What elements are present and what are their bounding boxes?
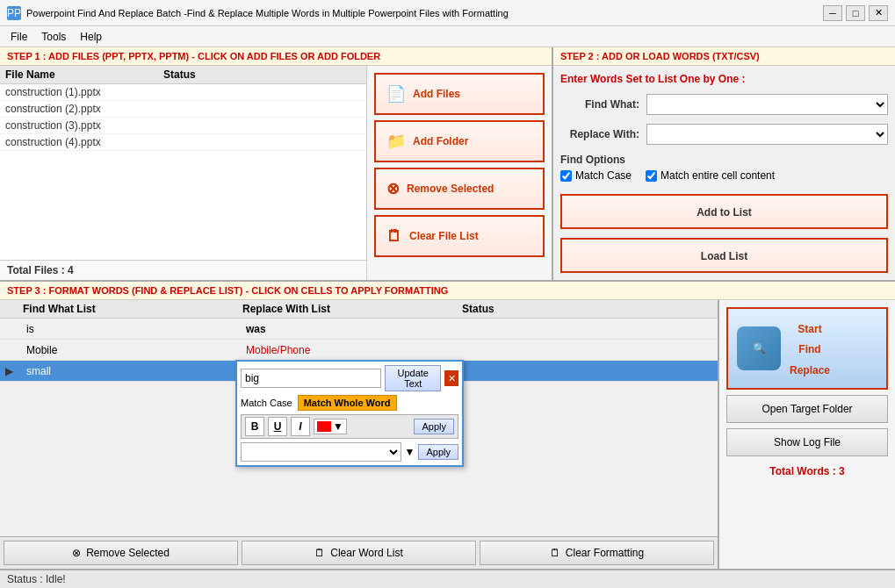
inline-editor-row1: Update Text ✕ (241, 365, 458, 391)
file-status-3 (163, 119, 361, 132)
table-row[interactable]: construction (3).pptx (0, 118, 366, 134)
step1-panel: STEP 1 : ADD FILES (PPT, PPTX, PPTM) - C… (0, 47, 553, 280)
color-swatch (317, 421, 331, 432)
remove-selected-files-button[interactable]: ⊗ Remove Selected (374, 168, 545, 210)
find-options-section: Find Options Match Case Match entire cel… (560, 154, 888, 182)
row3-find: small (23, 364, 242, 378)
row2-replace: Mobile/Phone (242, 343, 462, 357)
step1-header: STEP 1 : ADD FILES (PPT, PPTX, PPTM) - C… (0, 47, 552, 66)
row2-find: Mobile (23, 343, 242, 357)
table-row[interactable]: construction (4).pptx (0, 134, 366, 151)
font-select[interactable] (241, 442, 401, 462)
step3-header: STEP 3 : FORMAT WORDS (FIND & REPLACE LI… (0, 282, 895, 300)
window-title: Powerpoint Find And Replace Batch -Find … (26, 8, 823, 18)
table-row[interactable]: is was (0, 319, 718, 340)
show-log-file-button[interactable]: Show Log File (726, 428, 888, 456)
match-entire-cell-checkbox[interactable] (646, 170, 657, 182)
bottom-section: STEP 3 : FORMAT WORDS (FIND & REPLACE LI… (0, 282, 895, 569)
find-options-label: Find Options (560, 154, 888, 166)
start-find-replace-text: Start Find Replace (790, 318, 830, 379)
color-picker-button[interactable]: ▼ (314, 419, 347, 434)
close-button[interactable]: ✕ (869, 5, 888, 21)
clear-word-list-icon: 🗒 (314, 547, 325, 559)
start-find-replace-icon: 🔍 (737, 326, 781, 370)
file-table-header: File Name Status (0, 66, 366, 84)
replace-with-select[interactable] (646, 124, 888, 145)
match-entire-cell-item: Match entire cell content (646, 169, 775, 182)
word-table-header: Find What List Replace With List Status (0, 300, 718, 319)
add-files-button[interactable]: 📄 Add Files (374, 73, 545, 115)
match-case-item: Match Case (560, 169, 632, 182)
file-table-body: construction (1).pptx construction (2).p… (0, 84, 366, 260)
start-find-replace-button[interactable]: 🔍 Start Find Replace (726, 307, 888, 390)
checkbox-row: Match Case Match entire cell content (560, 169, 888, 182)
clear-formatting-icon: 🗒 (550, 547, 560, 559)
app-icon: PP (7, 6, 21, 20)
inline-editor-row2: Match Case Match Whole Word (241, 395, 458, 411)
window-controls: ─ □ ✕ (823, 5, 888, 21)
total-words: Total Words : 3 (726, 462, 888, 481)
menu-tools[interactable]: Tools (34, 29, 73, 45)
font-apply-button[interactable]: Apply (418, 444, 458, 460)
font-row: ▼ Apply (241, 442, 458, 462)
file-table-area: File Name Status construction (1).pptx c… (0, 66, 367, 280)
file-status-4 (163, 136, 361, 148)
format-apply-button[interactable]: Apply (414, 419, 454, 434)
load-list-button[interactable]: Load List (560, 238, 888, 273)
font-dropdown-arrow: ▼ (405, 446, 415, 458)
row3-arrow: ▶ (5, 365, 23, 377)
clear-word-list-button[interactable]: 🗒 Clear Word List (242, 541, 476, 565)
col-arrow-header (5, 303, 23, 315)
underline-button[interactable]: U (268, 417, 287, 436)
total-files: Total Files : 4 (0, 260, 366, 280)
step2-header: STEP 2 : ADD OR LOAD WORDS (TXT/CSV) (553, 47, 895, 66)
replace-with-label: Replace With: (560, 128, 639, 140)
main-content: STEP 1 : ADD FILES (PPT, PPTX, PPTM) - C… (0, 47, 895, 588)
menu-bar: File Tools Help (0, 26, 895, 47)
add-to-list-button[interactable]: Add to List (560, 194, 888, 229)
remove-files-icon: ⊗ (386, 179, 400, 198)
clear-word-list-label: Clear Word List (330, 547, 402, 559)
step3-body: Find What List Replace With List Status … (0, 300, 895, 569)
bottom-buttons: ⊗ Remove Selected 🗒 Clear Word List 🗒 Cl… (0, 536, 718, 569)
table-row[interactable]: construction (2).pptx (0, 101, 366, 118)
table-row[interactable]: construction (1).pptx (0, 84, 366, 101)
minimize-button[interactable]: ─ (823, 5, 842, 21)
status-text: Status : Idle! (7, 573, 66, 585)
close-editor-button[interactable]: ✕ (444, 370, 458, 386)
right-actions-panel: 🔍 Start Find Replace Open Target Folder … (719, 300, 895, 569)
bold-button[interactable]: B (245, 417, 264, 436)
inline-editor-input[interactable] (241, 369, 381, 388)
table-row[interactable]: Mobile Mobile/Phone (0, 340, 718, 361)
menu-file[interactable]: File (4, 29, 34, 45)
file-status-1 (163, 86, 361, 98)
clear-files-icon: 🗒 (386, 227, 402, 246)
open-target-folder-button[interactable]: Open Target Folder (726, 395, 888, 423)
step2-subtitle: Enter Words Set to List One by One : (560, 73, 888, 85)
top-section: STEP 1 : ADD FILES (PPT, PPTX, PPTM) - C… (0, 47, 895, 282)
col-wstatus-header: Status (462, 303, 712, 315)
find-what-select[interactable] (646, 94, 888, 115)
add-folder-button[interactable]: 📁 Add Folder (374, 120, 545, 162)
col-status-header: Status (163, 68, 361, 81)
match-entire-cell-label: Match entire cell content (660, 169, 775, 182)
clear-file-list-button[interactable]: 🗒 Clear File List (374, 215, 545, 257)
match-whole-word-button[interactable]: Match Whole Word (298, 395, 397, 411)
step2-panel: STEP 2 : ADD OR LOAD WORDS (TXT/CSV) Ent… (553, 47, 895, 280)
update-text-button[interactable]: Update Text (385, 365, 441, 391)
find-what-label: Find What: (560, 98, 639, 111)
match-case-checkbox[interactable] (560, 170, 572, 182)
maximize-button[interactable]: □ (846, 5, 865, 21)
clear-formatting-button[interactable]: 🗒 Clear Formatting (480, 541, 714, 565)
remove-selected-words-button[interactable]: ⊗ Remove Selected (4, 541, 238, 565)
menu-help[interactable]: Help (73, 29, 109, 45)
row1-replace: was (242, 322, 462, 336)
add-folder-icon: 📁 (386, 132, 406, 151)
inline-editor: Update Text ✕ Match Case Match Whole Wor… (235, 360, 464, 467)
file-status-2 (163, 103, 361, 115)
col-filename-header: File Name (5, 68, 163, 81)
italic-button[interactable]: I (291, 417, 310, 436)
file-name-2: construction (2).pptx (5, 103, 163, 115)
file-name-3: construction (3).pptx (5, 119, 163, 132)
remove-selected-words-icon: ⊗ (72, 547, 81, 559)
